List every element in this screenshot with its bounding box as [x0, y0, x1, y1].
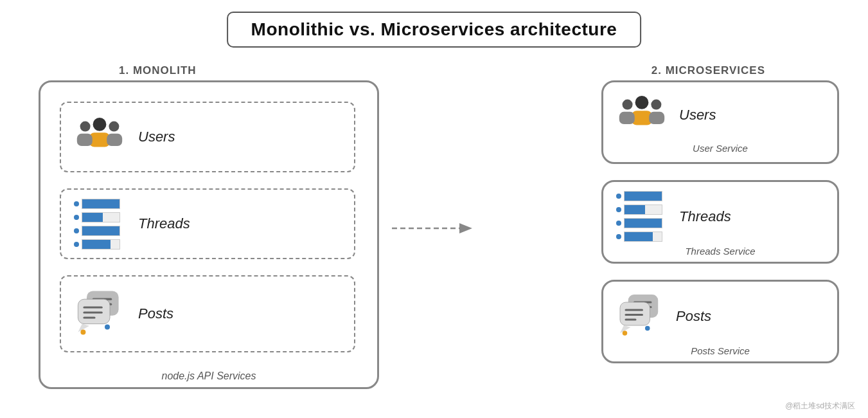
user-service-box: Users User Service	[601, 80, 839, 164]
monolith-threads-label: Threads	[138, 215, 190, 232]
user-service-inner: Users	[616, 91, 824, 139]
threads-icon	[74, 199, 125, 250]
monolith-users-box: Users	[60, 102, 355, 172]
monolith-label: 1. MONOLITH	[119, 64, 197, 77]
svg-point-2	[80, 122, 91, 132]
posts-service-box: Posts Posts Service	[601, 280, 839, 363]
monolith-container: Users Threads	[39, 80, 379, 389]
page-title-box: Monolithic vs. Microservices architectur…	[227, 12, 642, 48]
users-icon	[74, 113, 125, 161]
posts-service-inner: Posts	[616, 291, 824, 341]
svg-point-34	[645, 326, 650, 331]
threads-service-name-label: Threads	[679, 208, 731, 225]
threads-service-label: Threads Service	[616, 246, 824, 257]
user-service-icon	[616, 91, 668, 139]
svg-rect-5	[107, 134, 122, 146]
threads-service-inner: Threads	[616, 191, 824, 242]
posts-service-name-label: Posts	[676, 308, 711, 325]
svg-rect-1	[89, 132, 110, 147]
threads-service-icon	[616, 191, 668, 242]
monolith-posts-label: Posts	[138, 305, 173, 322]
svg-point-16	[80, 329, 85, 334]
svg-point-4	[109, 122, 119, 132]
svg-point-35	[623, 331, 628, 336]
monolith-threads-box: Threads	[60, 188, 355, 259]
svg-rect-24	[649, 112, 664, 124]
threads-service-box: Threads Threads Service	[601, 180, 839, 264]
svg-point-0	[93, 118, 107, 131]
microservices-label: 2. MICROSERVICES	[651, 64, 765, 77]
migration-arrow	[392, 219, 475, 238]
monolith-posts-box: Posts	[60, 275, 355, 352]
page-title: Monolithic vs. Microservices architectur…	[251, 19, 617, 40]
svg-point-19	[635, 96, 649, 109]
posts-service-label: Posts Service	[616, 345, 824, 356]
posts-icon	[74, 287, 125, 341]
svg-point-15	[105, 324, 110, 329]
svg-rect-22	[619, 112, 635, 124]
posts-service-icon	[616, 291, 664, 341]
watermark: @稻土堆sd技术满区	[785, 401, 855, 412]
svg-marker-18	[459, 223, 472, 233]
user-service-label: User Service	[616, 143, 824, 154]
nodejs-label: node.js API Services	[161, 370, 256, 382]
svg-rect-3	[77, 134, 93, 146]
monolith-users-label: Users	[138, 129, 175, 145]
user-service-name-label: Users	[679, 107, 716, 123]
svg-point-23	[651, 100, 661, 110]
svg-point-21	[623, 100, 633, 110]
